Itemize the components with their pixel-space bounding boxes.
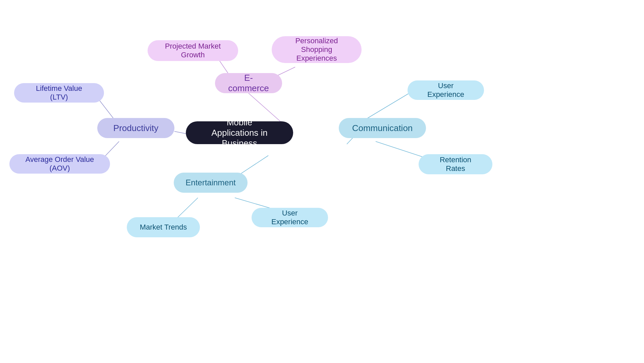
productivity-node[interactable]: Productivity (97, 118, 174, 138)
retention-rates-node[interactable]: Retention Rates (419, 154, 492, 174)
svg-line-8 (376, 141, 423, 157)
market-trends-node[interactable]: Market Trends (127, 217, 200, 237)
lifetime-value-node[interactable]: Lifetime Value (LTV) (14, 83, 104, 103)
user-experience-entertainment-node[interactable]: User Experience (252, 208, 328, 227)
communication-node[interactable]: Communication (339, 118, 426, 138)
user-experience-communication-node[interactable]: User Experience (408, 80, 484, 100)
center-node[interactable]: Mobile Applications in Business (186, 121, 293, 144)
ecommerce-node[interactable]: E-commerce (215, 73, 282, 93)
personalized-shopping-label: Personalized Shopping Experiences (284, 37, 350, 63)
average-order-value-node[interactable]: Average Order Value (AOV) (9, 154, 110, 174)
entertainment-node[interactable]: Entertainment (174, 173, 248, 193)
personalized-shopping-node[interactable]: Personalized Shopping Experiences (272, 36, 362, 63)
projected-market-growth-node[interactable]: Projected Market Growth (148, 40, 238, 61)
svg-line-7 (362, 93, 409, 121)
